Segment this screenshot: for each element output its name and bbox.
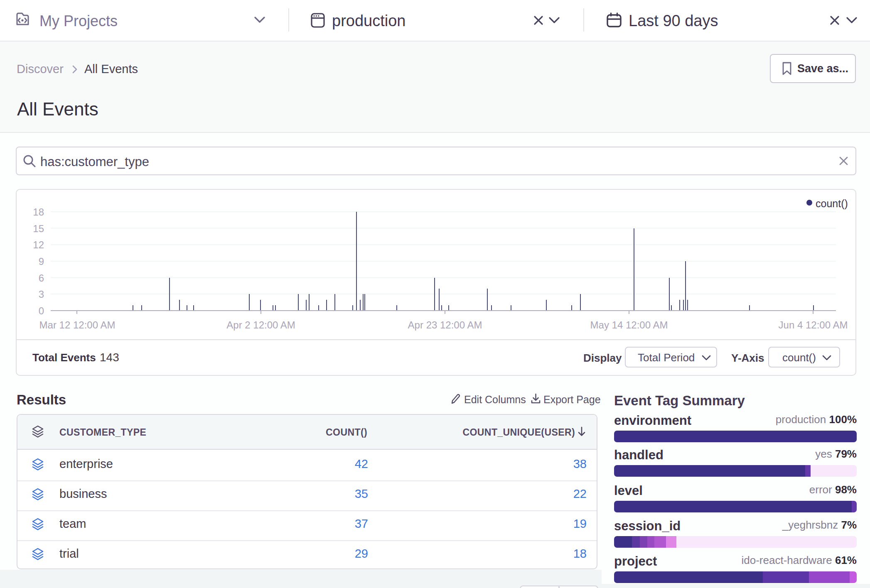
svg-text:9: 9 bbox=[39, 256, 44, 267]
svg-text:6: 6 bbox=[39, 272, 44, 284]
svg-text:Apr 2 12:00 AM: Apr 2 12:00 AM bbox=[226, 319, 295, 331]
svg-text:Mar 12 12:00 AM: Mar 12 12:00 AM bbox=[39, 319, 116, 331]
svg-text:Apr 23 12:00 AM: Apr 23 12:00 AM bbox=[408, 319, 482, 331]
svg-text:12: 12 bbox=[33, 239, 44, 250]
svg-text:15: 15 bbox=[33, 223, 44, 234]
svg-text:May 14 12:00 AM: May 14 12:00 AM bbox=[590, 319, 668, 331]
svg-text:3: 3 bbox=[39, 289, 44, 300]
svg-text:Jun 4 12:00 AM: Jun 4 12:00 AM bbox=[779, 319, 848, 331]
svg-text:0: 0 bbox=[39, 305, 44, 316]
svg-text:18: 18 bbox=[33, 206, 44, 218]
